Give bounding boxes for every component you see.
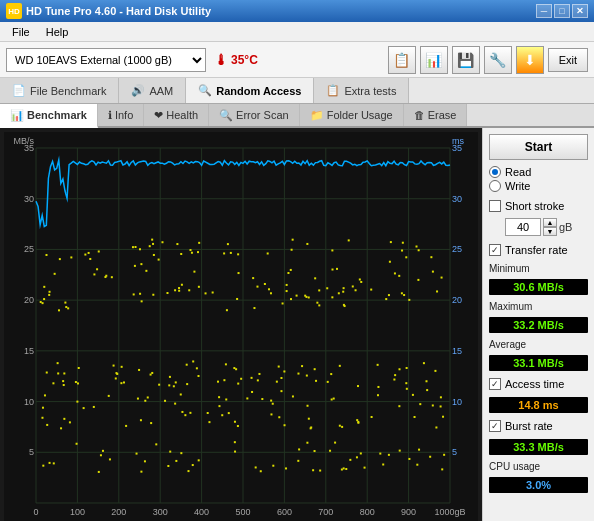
burst-rate-value: 33.3 MB/s [489,439,588,455]
health-icon: ❤ [154,109,163,122]
access-time-row[interactable]: ✓ Access time [489,378,588,390]
window-controls: ─ □ ✕ [536,4,588,18]
close-button[interactable]: ✕ [572,4,588,18]
right-panel: Start Read Write Short stroke ▲ ▼ gB [482,128,594,521]
write-radio[interactable] [489,180,501,192]
read-radio-row[interactable]: Read [489,166,588,178]
gb-input[interactable] [505,218,541,236]
spin-buttons: ▲ ▼ [543,218,557,236]
menu-file[interactable]: File [4,24,38,40]
window-title: HD Tune Pro 4.60 - Hard Disk Utility [26,5,536,17]
access-time-value: 14.8 ms [489,397,588,413]
toolbar-btn-1[interactable]: 📋 [388,46,416,74]
tab-folder-usage[interactable]: 📁 Folder Usage [300,104,404,126]
file-benchmark-icon: 📄 [12,84,26,97]
menu-help[interactable]: Help [38,24,77,40]
erase-icon: 🗑 [414,109,425,121]
info-icon: ℹ [108,109,112,122]
transfer-rate-label: Transfer rate [505,244,568,256]
write-label: Write [505,180,530,192]
extra-tests-icon: 📋 [326,84,340,97]
main-content: Start Read Write Short stroke ▲ ▼ gB [0,128,594,521]
tab-aam[interactable]: 🔊 AAM [119,78,186,103]
access-time-label: Access time [505,378,564,390]
toolbar-btn-3[interactable]: 💾 [452,46,480,74]
benchmark-icon: 📊 [10,109,24,122]
toolbar: WD 10EAVS External (1000 gB) 🌡 35°C 📋 📊 … [0,42,594,78]
cpu-usage-label: CPU usage [489,461,588,472]
burst-rate-row[interactable]: ✓ Burst rate [489,420,588,432]
access-time-checkbox[interactable]: ✓ [489,378,501,390]
write-radio-row[interactable]: Write [489,180,588,192]
gb-spin-row: ▲ ▼ gB [505,218,588,236]
short-stroke-label: Short stroke [505,200,564,212]
maximum-label: Maximum [489,301,588,312]
toolbar-btn-5[interactable]: ⬇ [516,46,544,74]
minimum-label: Minimum [489,263,588,274]
top-tab-bar: 📄 File Benchmark 🔊 AAM 🔍 Random Access 📋… [0,78,594,104]
menu-bar: File Help [0,22,594,42]
start-button[interactable]: Start [489,134,588,160]
tab-file-benchmark[interactable]: 📄 File Benchmark [0,78,119,103]
short-stroke-checkbox[interactable] [489,200,501,212]
spin-up-button[interactable]: ▲ [543,218,557,227]
toolbar-btn-2[interactable]: 📊 [420,46,448,74]
drive-selector[interactable]: WD 10EAVS External (1000 gB) [6,48,206,72]
cpu-usage-value: 3.0% [489,477,588,493]
burst-rate-checkbox[interactable]: ✓ [489,420,501,432]
spin-down-button[interactable]: ▼ [543,227,557,236]
chart-area [0,128,482,521]
burst-rate-label: Burst rate [505,420,553,432]
random-access-icon: 🔍 [198,84,212,97]
average-label: Average [489,339,588,350]
app-icon: HD [6,3,22,19]
tab-info[interactable]: ℹ Info [98,104,144,126]
maximize-button[interactable]: □ [554,4,570,18]
minimum-value: 30.6 MB/s [489,279,588,295]
title-bar: HD HD Tune Pro 4.60 - Hard Disk Utility … [0,0,594,22]
mode-radio-group: Read Write [489,166,588,192]
tab-erase[interactable]: 🗑 Erase [404,104,468,126]
temperature-value: 35°C [231,53,258,67]
minimize-button[interactable]: ─ [536,4,552,18]
tab-random-access[interactable]: 🔍 Random Access [186,78,314,103]
error-scan-icon: 🔍 [219,109,233,122]
read-label: Read [505,166,531,178]
transfer-rate-row[interactable]: ✓ Transfer rate [489,244,588,256]
thermometer-icon: 🌡 [214,52,228,68]
temperature-display: 🌡 35°C [214,52,258,68]
average-value: 33.1 MB/s [489,355,588,371]
benchmark-chart [4,132,478,521]
bottom-tab-bar: 📊 Benchmark ℹ Info ❤ Health 🔍 Error Scan… [0,104,594,128]
toolbar-btn-4[interactable]: 🔧 [484,46,512,74]
maximum-value: 33.2 MB/s [489,317,588,333]
tab-benchmark[interactable]: 📊 Benchmark [0,104,98,128]
exit-button[interactable]: Exit [548,48,588,72]
gb-unit-label: gB [559,221,572,233]
tab-health[interactable]: ❤ Health [144,104,209,126]
read-radio[interactable] [489,166,501,178]
aam-icon: 🔊 [131,84,145,97]
tab-extra-tests[interactable]: 📋 Extra tests [314,78,409,103]
transfer-rate-checkbox[interactable]: ✓ [489,244,501,256]
folder-usage-icon: 📁 [310,109,324,122]
short-stroke-row[interactable]: Short stroke [489,200,588,212]
tab-error-scan[interactable]: 🔍 Error Scan [209,104,300,126]
